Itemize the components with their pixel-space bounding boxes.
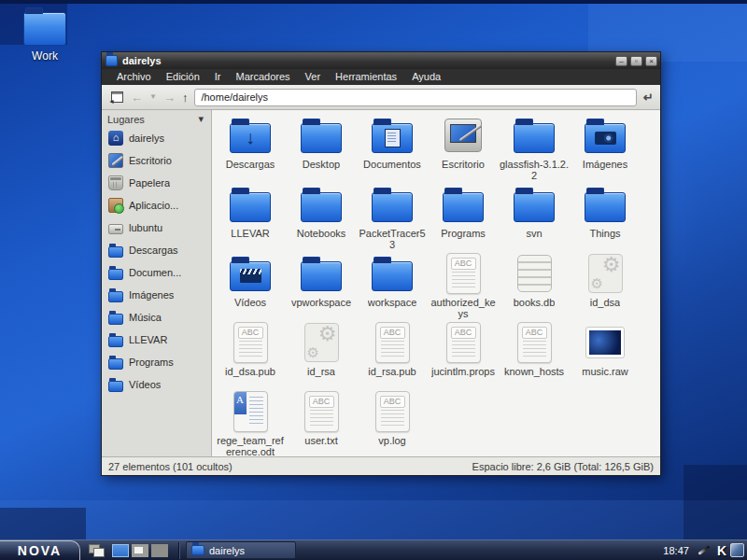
minimize-button[interactable]: – bbox=[615, 56, 627, 66]
file-item[interactable]: workspace bbox=[357, 252, 428, 321]
address-input[interactable] bbox=[194, 89, 637, 106]
file-label: known_hosts bbox=[504, 366, 564, 377]
file-item[interactable]: jucintlm.props bbox=[428, 321, 499, 390]
taskbar-divider bbox=[178, 542, 179, 559]
file-item[interactable]: user.txt bbox=[286, 390, 357, 456]
home-icon bbox=[108, 131, 123, 146]
sidebar-item[interactable]: dairelys bbox=[102, 127, 211, 149]
sidebar-item[interactable]: Música bbox=[102, 306, 211, 329]
window-content: Lugares ▾ dairelys Escritorio Papelera A… bbox=[102, 110, 660, 456]
sidebar-item[interactable]: Escritorio bbox=[102, 149, 211, 172]
file-label: Programs bbox=[441, 228, 486, 239]
maximize-button[interactable]: ▫ bbox=[630, 56, 642, 66]
file-item[interactable]: Escritorio bbox=[428, 114, 499, 183]
wallpaper-shape bbox=[684, 465, 747, 539]
sfolder-icon bbox=[108, 246, 123, 258]
file-item[interactable]: known_hosts bbox=[499, 321, 570, 390]
file-item[interactable]: id_dsa.pub bbox=[215, 321, 286, 390]
pager-desktop-3[interactable] bbox=[151, 544, 168, 557]
window-folder-icon bbox=[106, 55, 118, 66]
sidebar-item[interactable]: Imágenes bbox=[102, 284, 211, 306]
up-icon[interactable]: ↑ bbox=[182, 91, 189, 104]
menu-item[interactable]: Herramientas bbox=[328, 69, 404, 85]
clock[interactable]: 18:47 bbox=[663, 545, 689, 556]
status-items-count: 27 elementos (101 ocultos) bbox=[108, 461, 233, 472]
taskbar-window-button[interactable]: dairelys bbox=[186, 541, 296, 559]
back-icon[interactable]: ← bbox=[131, 91, 143, 104]
sidebar-item-label: lubuntu bbox=[129, 222, 162, 233]
sidebar-item-label: dairelys bbox=[129, 133, 164, 144]
pen-tray-icon[interactable] bbox=[697, 544, 712, 557]
file-item[interactable]: music.raw bbox=[570, 321, 641, 390]
folder-icon bbox=[23, 12, 66, 46]
menu-item[interactable]: Ayuda bbox=[404, 69, 448, 85]
file-item[interactable]: Documentos bbox=[357, 114, 428, 183]
pager-desktop-1[interactable] bbox=[112, 544, 129, 557]
text-icon bbox=[446, 253, 481, 294]
file-label: id_rsa.pub bbox=[368, 366, 416, 377]
file-item[interactable]: id_rsa bbox=[286, 321, 357, 390]
file-item[interactable]: id_rsa.pub bbox=[357, 321, 428, 390]
start-menu-button[interactable]: NOVA bbox=[0, 540, 80, 560]
new-tab-icon[interactable] bbox=[108, 91, 124, 105]
window-titlebar[interactable]: dairelys – ▫ × bbox=[102, 52, 660, 69]
image-tray-icon[interactable] bbox=[730, 543, 744, 557]
places-label: Lugares bbox=[107, 114, 145, 125]
file-item[interactable]: vpworkspace bbox=[286, 252, 357, 321]
file-item[interactable]: Descargas bbox=[215, 114, 286, 183]
file-label: music.raw bbox=[582, 366, 628, 377]
file-item[interactable]: Things bbox=[570, 183, 641, 252]
sidebar-item[interactable]: Programs bbox=[102, 351, 211, 373]
sidebar: Lugares ▾ dairelys Escritorio Papelera A… bbox=[102, 110, 212, 456]
folder-icon bbox=[514, 192, 555, 222]
sidebar-item[interactable]: Vídeos bbox=[102, 373, 211, 396]
sidebar-item[interactable]: LLEVAR bbox=[102, 329, 211, 351]
window-title: dairelys bbox=[122, 52, 613, 69]
iconify-windows-icon[interactable] bbox=[89, 544, 104, 556]
sidebar-item-label: LLEVAR bbox=[129, 334, 167, 345]
folder-icon bbox=[514, 123, 555, 153]
folder-icon bbox=[301, 261, 342, 291]
file-item[interactable]: svn bbox=[499, 183, 570, 252]
apps-icon bbox=[108, 198, 123, 213]
sidebar-item[interactable]: Documen... bbox=[102, 261, 211, 284]
sidebar-item[interactable]: Aplicacio... bbox=[102, 194, 211, 217]
forward-icon[interactable]: → bbox=[163, 91, 176, 104]
file-item[interactable]: id_dsa bbox=[570, 252, 641, 321]
menu-item[interactable]: Ir bbox=[207, 69, 229, 85]
sidebar-item[interactable]: lubuntu bbox=[102, 217, 211, 239]
history-dropdown-icon[interactable]: ▼ bbox=[149, 93, 157, 101]
desktop-icon-work[interactable]: Work bbox=[17, 7, 73, 63]
file-item[interactable]: LLEVAR bbox=[215, 183, 286, 252]
file-label: Imágenes bbox=[583, 159, 627, 170]
file-item[interactable]: books.db bbox=[499, 252, 570, 321]
menu-item[interactable]: Archivo bbox=[109, 69, 159, 85]
jump-icon[interactable]: ↵ bbox=[643, 91, 654, 105]
close-button[interactable]: × bbox=[645, 56, 657, 66]
gears-icon bbox=[304, 323, 339, 362]
file-item[interactable]: Notebooks bbox=[286, 183, 357, 252]
k-tray-icon[interactable]: K bbox=[717, 543, 726, 558]
file-label: workspace bbox=[368, 297, 417, 308]
file-item[interactable]: PacketTracer53 bbox=[357, 183, 428, 252]
pager-desktop-2[interactable] bbox=[132, 544, 148, 557]
menu-item[interactable]: Edición bbox=[159, 69, 207, 85]
menu-item[interactable]: Ver bbox=[298, 69, 329, 85]
file-item[interactable]: glassfish-3.1.2.2 bbox=[499, 114, 570, 183]
file-item[interactable]: Programs bbox=[428, 183, 499, 252]
file-item[interactable]: Desktop bbox=[286, 114, 357, 183]
folder-camera-icon bbox=[585, 123, 626, 153]
file-item[interactable]: Vídeos bbox=[215, 252, 286, 321]
odt-icon bbox=[233, 391, 268, 432]
places-header[interactable]: Lugares ▾ bbox=[102, 110, 211, 127]
menu-item[interactable]: Marcadores bbox=[229, 69, 298, 85]
sidebar-item[interactable]: Papelera bbox=[102, 172, 211, 194]
file-item[interactable]: Imágenes bbox=[570, 114, 641, 183]
text-icon bbox=[517, 322, 552, 363]
file-item[interactable]: rege_team_reference.odt bbox=[215, 390, 286, 456]
file-item[interactable]: authorized_keys bbox=[428, 252, 499, 321]
text-icon bbox=[233, 322, 268, 363]
places-dropdown-icon[interactable]: ▾ bbox=[198, 113, 204, 125]
file-item[interactable]: vp.log bbox=[357, 390, 428, 456]
sidebar-item[interactable]: Descargas bbox=[102, 239, 211, 261]
